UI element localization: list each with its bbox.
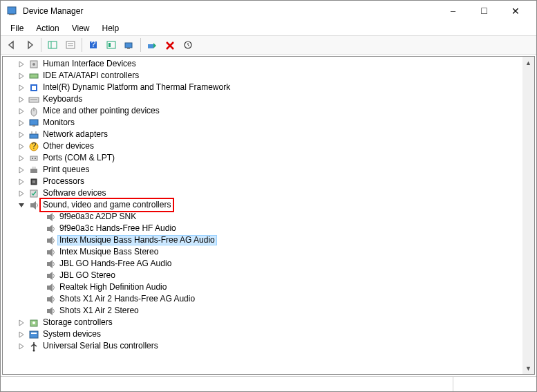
svg-rect-41 [47, 227, 50, 231]
menu-help[interactable]: Help [97, 22, 125, 35]
menu-file[interactable]: File [5, 22, 29, 35]
device-category[interactable]: Ports (COM & LPT) [3, 152, 534, 164]
expand-icon[interactable] [18, 319, 28, 326]
close-button[interactable]: ✕ [500, 1, 531, 21]
expand-icon[interactable] [18, 84, 28, 91]
forward-button[interactable] [21, 37, 38, 53]
maximize-button[interactable]: □ [469, 1, 500, 21]
expand-icon[interactable] [18, 190, 28, 197]
device-item[interactable]: 9f9e0a3c Hands-Free HF Audio [3, 223, 534, 234]
device-category[interactable]: Software devices [3, 187, 534, 199]
device-item[interactable]: JBL GO Hands-Free AG Audio [3, 258, 534, 270]
device-category[interactable]: Universal Serial Bus controllers [3, 340, 534, 352]
device-category[interactable]: Intel(R) Dynamic Platform and Thermal Fr… [3, 82, 534, 93]
ide-icon [28, 71, 39, 82]
vertical-scrollbar[interactable]: ▲ ▼ [522, 57, 534, 374]
device-category[interactable]: ?Other devices [3, 140, 534, 152]
tree-item-label: Human Interface Devices [41, 58, 138, 70]
scroll-up-icon[interactable]: ▲ [522, 57, 534, 68]
device-category[interactable]: Print queues [3, 164, 534, 176]
scan-hardware-button[interactable] [121, 37, 138, 53]
svg-rect-9 [107, 41, 115, 48]
expand-icon[interactable] [18, 331, 28, 338]
device-category[interactable]: IDE ATA/ATAPI controllers [3, 70, 534, 82]
cpu-icon [28, 176, 39, 187]
svg-rect-31 [30, 156, 37, 160]
tree-item-label: Processors [41, 176, 86, 187]
tree-item-label: Other devices [41, 140, 96, 152]
svg-point-16 [32, 63, 35, 66]
tree-item-label: 9f9e0a3c Hands-Free HF Audio [57, 223, 178, 234]
device-item[interactable]: Intex Musique Bass Stereo [3, 246, 534, 258]
status-cell [1, 377, 453, 391]
device-category[interactable]: Sound, video and game controllers [3, 199, 534, 211]
expand-icon[interactable] [18, 73, 28, 80]
menu-view[interactable]: View [66, 22, 95, 35]
action-button[interactable] [103, 37, 120, 53]
minimize-button[interactable]: – [437, 1, 469, 21]
svg-rect-11 [125, 43, 132, 48]
back-button[interactable] [3, 37, 20, 53]
hid-icon [28, 59, 39, 70]
expand-icon[interactable] [18, 61, 28, 68]
help-button[interactable]: ? [85, 37, 102, 53]
expand-icon[interactable] [18, 343, 28, 350]
svg-rect-13 [148, 44, 153, 48]
device-category[interactable]: Human Interface Devices [3, 58, 534, 70]
tree-item-label: System devices [41, 328, 103, 340]
expand-icon[interactable] [18, 120, 28, 127]
svg-point-50 [32, 321, 35, 324]
tree-item-label: Realtek High Definition Audio [57, 281, 169, 293]
expand-icon[interactable] [18, 108, 28, 115]
svg-rect-40 [47, 215, 50, 219]
sound-icon [45, 247, 56, 258]
show-hide-console-tree-button[interactable] [44, 37, 61, 53]
expand-icon[interactable] [18, 155, 28, 162]
uninstall-device-button[interactable] [162, 37, 178, 53]
tree-item-label: Print queues [41, 164, 91, 176]
status-cell [453, 377, 536, 391]
device-tree[interactable]: Human Interface DevicesIDE ATA/ATAPI con… [3, 57, 534, 353]
svg-point-32 [32, 158, 33, 159]
expand-icon[interactable] [18, 178, 28, 185]
device-item[interactable]: Intex Musique Bass Hands-Free AG Audio [3, 234, 534, 246]
app-icon [6, 6, 17, 17]
title-bar: Device Manager – □ ✕ [1, 1, 536, 21]
device-category[interactable]: Keyboards [3, 93, 534, 105]
tree-item-label: Mice and other pointing devices [41, 105, 162, 117]
device-item[interactable]: Shots X1 Air 2 Stereo [3, 305, 534, 317]
device-category[interactable]: Mice and other pointing devices [3, 105, 534, 117]
system-icon [28, 329, 39, 340]
sound-icon [45, 282, 56, 293]
toolbar-separator [41, 38, 41, 52]
expand-icon[interactable] [18, 167, 28, 174]
enable-device-button[interactable] [144, 37, 160, 53]
expand-icon[interactable] [18, 143, 28, 150]
device-item[interactable]: Realtek High Definition Audio [3, 281, 534, 293]
device-item[interactable]: Shots X1 Air 2 Hands-Free AG Audio [3, 293, 534, 305]
svg-rect-12 [127, 48, 130, 49]
sound-icon [45, 259, 56, 270]
scroll-down-icon[interactable]: ▼ [522, 362, 534, 374]
toolbar-separator [140, 38, 141, 52]
tree-item-label: Intex Musique Bass Hands-Free AG Audio [57, 235, 217, 245]
device-category[interactable]: System devices [3, 328, 534, 340]
expand-icon[interactable] [18, 96, 28, 103]
svg-rect-42 [47, 239, 50, 243]
device-item[interactable]: JBL GO Stereo [3, 270, 534, 281]
svg-rect-51 [30, 331, 38, 338]
update-driver-button[interactable] [180, 37, 196, 53]
properties-button[interactable] [62, 37, 79, 53]
tree-item-label: Shots X1 Air 2 Stereo [57, 305, 141, 317]
menu-action[interactable]: Action [30, 22, 64, 35]
collapse-icon[interactable] [18, 202, 28, 209]
device-category[interactable]: Network adapters [3, 129, 534, 140]
device-category[interactable]: Processors [3, 176, 534, 187]
svg-rect-2 [48, 41, 57, 48]
expand-icon[interactable] [18, 131, 28, 138]
svg-rect-44 [47, 262, 50, 266]
device-category[interactable]: Storage controllers [3, 317, 534, 328]
device-item[interactable]: 9f9e0a3c A2DP SNK [3, 211, 534, 223]
sound-icon [45, 270, 56, 281]
device-category[interactable]: Monitors [3, 117, 534, 129]
